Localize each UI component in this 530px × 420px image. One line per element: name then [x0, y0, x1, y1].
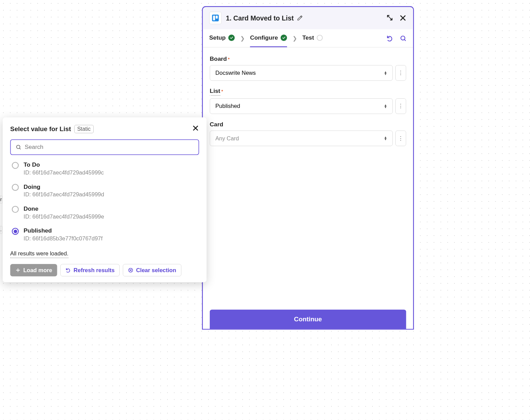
- panel-title: 1. Card Moved to List: [226, 14, 294, 22]
- panel-header: 1. Card Moved to List: [203, 7, 413, 29]
- load-more-button: Load more: [10, 264, 57, 276]
- search-debug-icon[interactable]: [400, 35, 407, 42]
- field-card: Card Any Card ▲▼ ⋮: [210, 121, 406, 146]
- radio-icon: [12, 206, 19, 213]
- chevron-right-icon: ❯: [293, 35, 297, 41]
- field-list-label: List: [210, 88, 220, 96]
- tab-configure[interactable]: Configure: [250, 29, 287, 47]
- close-icon[interactable]: [192, 124, 199, 134]
- popover-header: Select value for List Static: [10, 124, 199, 134]
- required-marker: *: [228, 57, 230, 61]
- tab-configure-label: Configure: [250, 34, 278, 41]
- radio-icon: [12, 162, 19, 169]
- list-value: Published: [215, 103, 240, 109]
- option-list: To DoID: 66f16d7aec4fd729ad45999cDoingID…: [10, 158, 199, 246]
- trello-app-icon: [209, 12, 221, 24]
- field-list: List* Published ▲▼ ⋮: [210, 88, 406, 114]
- cropped-fragment: .: [0, 226, 2, 234]
- panel-header-actions: [386, 14, 407, 22]
- continue-button[interactable]: Continue: [210, 310, 406, 329]
- refresh-label: Refresh results: [73, 267, 114, 274]
- step-config-panel: 1. Card Moved to List Setup ❯ Configure: [202, 6, 414, 330]
- clear-label: Clear selection: [136, 267, 176, 274]
- results-note: All results were loaded.: [10, 250, 68, 258]
- chevron-right-icon: ❯: [240, 35, 245, 41]
- close-icon[interactable]: [399, 14, 407, 22]
- svg-rect-2: [216, 16, 218, 19]
- list-more-button[interactable]: ⋮: [395, 98, 406, 114]
- cropped-fragment: r: [0, 196, 3, 204]
- option-label: Doing: [24, 183, 104, 190]
- load-more-label: Load more: [23, 267, 52, 274]
- list-option[interactable]: DoneID: 66f16d7aec4fd729ad45999e: [10, 201, 199, 223]
- sort-icon: ▲▼: [384, 104, 387, 109]
- list-option[interactable]: To DoID: 66f16d7aec4fd729ad45999c: [10, 158, 199, 180]
- option-text: PublishedID: 66f16d85b3e77f0c0767d97f: [24, 227, 103, 242]
- plus-icon: [15, 267, 21, 273]
- option-label: To Do: [24, 162, 104, 168]
- status-empty-icon: [317, 35, 323, 41]
- board-select[interactable]: Docswrite News ▲▼: [210, 65, 393, 81]
- step-tabs: Setup ❯ Configure ❯ Test: [203, 29, 413, 47]
- list-option[interactable]: PublishedID: 66f16d85b3e77f0c0767d97f: [10, 224, 199, 246]
- check-icon: [281, 34, 287, 41]
- radio-icon: [12, 184, 19, 191]
- option-label: Done: [24, 205, 104, 212]
- field-board-label: Board: [210, 55, 227, 62]
- list-select[interactable]: Published ▲▼: [210, 98, 393, 114]
- trello-icon: [212, 14, 220, 22]
- edit-icon[interactable]: [297, 15, 303, 21]
- board-more-button[interactable]: ⋮: [395, 65, 406, 81]
- card-more-button[interactable]: ⋮: [395, 130, 406, 146]
- list-option[interactable]: DoingID: 66f16d7aec4fd729ad45999d: [10, 180, 199, 201]
- field-board: Board* Docswrite News ▲▼ ⋮: [210, 55, 406, 81]
- list-value-popover: Select value for List Static To DoID: 66…: [3, 117, 207, 282]
- panel-body: Board* Docswrite News ▲▼ ⋮ List* Publish…: [203, 47, 413, 304]
- option-text: To DoID: 66f16d7aec4fd729ad45999c: [24, 162, 104, 176]
- option-label: Published: [24, 227, 103, 234]
- svg-rect-1: [213, 16, 215, 20]
- panel-footer: Continue: [203, 304, 413, 329]
- radio-icon: [12, 228, 19, 235]
- field-card-label: Card: [210, 121, 223, 128]
- search-input[interactable]: [25, 144, 194, 151]
- tab-setup-label: Setup: [209, 34, 226, 41]
- option-id: ID: 66f16d7aec4fd729ad45999c: [24, 169, 104, 176]
- clear-selection-button[interactable]: Clear selection: [123, 264, 181, 276]
- tab-setup[interactable]: Setup: [209, 29, 235, 47]
- tab-test[interactable]: Test: [302, 29, 323, 47]
- option-id: ID: 66f16d85b3e77f0c0767d97f: [24, 235, 103, 242]
- static-chip[interactable]: Static: [74, 125, 94, 133]
- sort-icon: ▲▼: [384, 71, 387, 75]
- popover-actions: Load more Refresh results Clear selectio…: [10, 264, 199, 276]
- undo-icon[interactable]: [386, 35, 393, 42]
- check-icon: [228, 34, 235, 41]
- required-marker: *: [221, 89, 223, 94]
- popover-title: Select value for List: [10, 125, 71, 133]
- card-placeholder: Any Card: [215, 135, 239, 142]
- search-input-wrap[interactable]: [10, 139, 199, 155]
- panel-title-row: 1. Card Moved to List: [226, 14, 382, 22]
- option-text: DoingID: 66f16d7aec4fd729ad45999d: [24, 183, 104, 198]
- search-icon: [16, 144, 22, 150]
- tab-test-label: Test: [302, 34, 314, 41]
- clear-icon: [128, 267, 134, 273]
- option-id: ID: 66f16d7aec4fd729ad45999e: [24, 213, 104, 220]
- refresh-icon: [66, 267, 71, 273]
- expand-icon[interactable]: [386, 14, 393, 21]
- option-text: DoneID: 66f16d7aec4fd729ad45999e: [24, 205, 104, 220]
- card-select[interactable]: Any Card ▲▼: [210, 130, 393, 146]
- board-value: Docswrite News: [215, 70, 256, 76]
- refresh-results-button[interactable]: Refresh results: [60, 264, 120, 276]
- tabs-right-actions: [386, 35, 407, 42]
- sort-icon: ▲▼: [384, 136, 387, 141]
- option-id: ID: 66f16d7aec4fd729ad45999d: [24, 191, 104, 198]
